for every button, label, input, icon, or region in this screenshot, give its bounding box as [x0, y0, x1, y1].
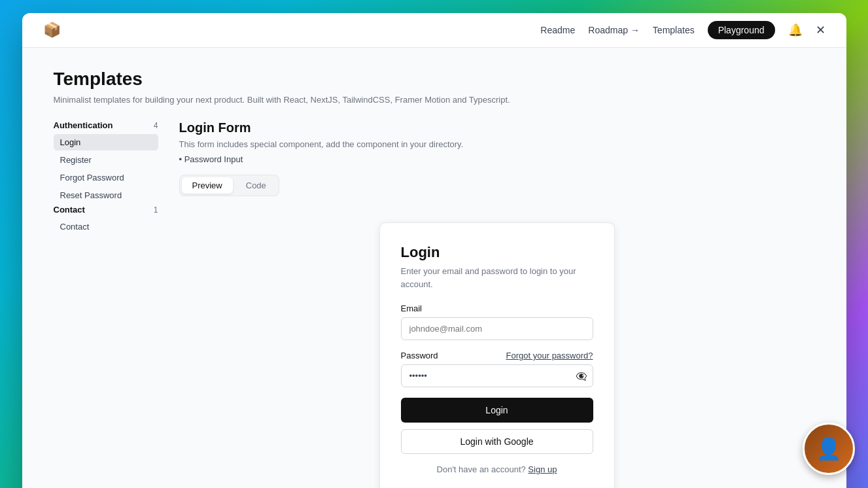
contact-section-header: Contact 1 — [54, 205, 158, 215]
forgot-password-link[interactable]: Forgot your password? — [506, 351, 593, 360]
contact-section-count: 1 — [154, 205, 158, 215]
tab-bar: Preview Code — [179, 175, 279, 196]
nav-readme[interactable]: Readme — [540, 25, 575, 35]
password-form-group: Password Forgot your password? 👁‍🗨 — [401, 351, 593, 387]
signup-prompt: Don't have an account? — [437, 464, 526, 474]
login-card-subtitle: Enter your email and password to login t… — [401, 265, 593, 290]
logo-icon: 📦 — [43, 22, 61, 39]
sidebar-item-forgot-password[interactable]: Forgot Password — [54, 169, 158, 186]
email-label: Email — [401, 304, 593, 313]
page-subtitle: Minimalist templates for building your n… — [54, 95, 815, 105]
content-layout: Authentication 4 Login Register Forgot P… — [54, 120, 815, 488]
component-title: Login Form — [179, 120, 815, 135]
sidebar-item-login[interactable]: Login — [54, 134, 158, 150]
password-label: Password — [401, 351, 438, 360]
email-form-group: Email — [401, 304, 593, 340]
tab-code[interactable]: Code — [235, 177, 277, 194]
user-avatar[interactable]: 👤 — [803, 423, 855, 475]
login-button[interactable]: Login — [401, 398, 593, 423]
header: 📦 Readme Roadmap → Templates Playground … — [22, 13, 846, 48]
component-note: Password Input — [179, 154, 815, 164]
auth-section-header: Authentication 4 — [54, 120, 158, 130]
signup-text: Don't have an account? Sign up — [401, 464, 593, 474]
nav-links: Readme Roadmap → Templates Playground 🔔 … — [540, 21, 825, 39]
google-login-button[interactable]: Login with Google — [401, 429, 593, 454]
signup-link[interactable]: Sign up — [528, 464, 557, 474]
login-card: Login Enter your email and password to l… — [379, 222, 615, 488]
logo-area: 📦 — [43, 22, 61, 39]
auth-section-title: Authentication — [54, 120, 113, 130]
password-input[interactable] — [401, 364, 593, 387]
password-wrapper: 👁‍🗨 — [401, 364, 593, 387]
email-input[interactable] — [401, 317, 593, 340]
preview-area: Login Enter your email and password to l… — [179, 209, 815, 488]
sidebar-item-contact[interactable]: Contact — [54, 218, 158, 235]
nav-playground-button[interactable]: Playground — [708, 21, 775, 39]
page-title: Templates — [54, 69, 815, 90]
main-content: Templates Minimalist templates for build… — [22, 48, 846, 488]
sidebar-section-authentication: Authentication 4 Login Register Forgot P… — [54, 120, 158, 203]
component-description: This form includes special component, ad… — [179, 139, 815, 149]
login-card-title: Login — [401, 244, 593, 261]
sidebar-item-reset-password[interactable]: Reset Password — [54, 187, 158, 203]
close-icon[interactable]: ✕ — [816, 23, 825, 37]
right-panel: Login Form This form includes special co… — [179, 120, 815, 488]
nav-roadmap[interactable]: Roadmap → — [588, 25, 640, 35]
password-label-row: Password Forgot your password? — [401, 351, 593, 360]
contact-section-title: Contact — [54, 205, 85, 215]
sidebar-item-register[interactable]: Register — [54, 152, 158, 168]
notification-icon[interactable]: 🔔 — [788, 23, 803, 37]
sidebar: Authentication 4 Login Register Forgot P… — [54, 120, 158, 488]
tab-preview[interactable]: Preview — [182, 177, 233, 194]
sidebar-section-contact: Contact 1 Contact — [54, 205, 158, 235]
toggle-password-icon[interactable]: 👁‍🗨 — [576, 371, 587, 381]
auth-section-count: 4 — [154, 121, 158, 130]
nav-templates[interactable]: Templates — [653, 25, 695, 35]
